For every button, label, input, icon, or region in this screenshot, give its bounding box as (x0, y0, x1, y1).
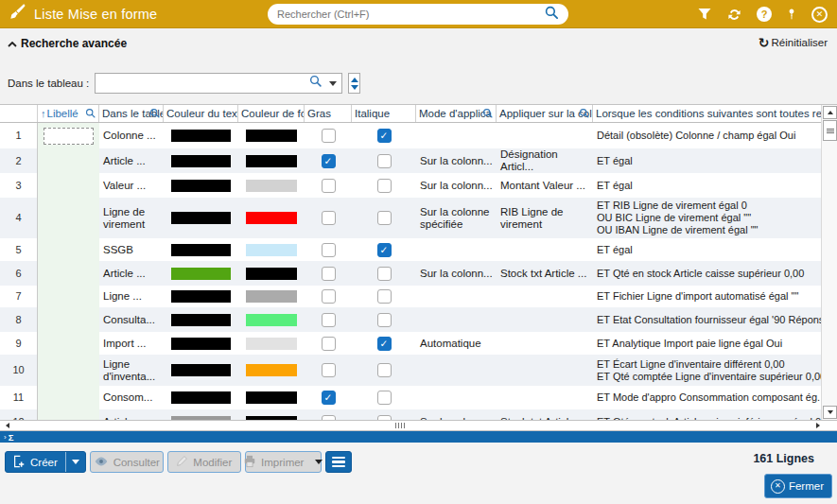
italic-checkbox[interactable]: ✓ (377, 337, 392, 351)
italic-cell[interactable]: ✓ (352, 123, 416, 148)
filter-dropdown-caret-icon[interactable] (329, 81, 337, 86)
conditions-cell[interactable]: ET Qté en stock Article caisse inférieur… (593, 409, 821, 420)
hamburger-icon[interactable] (667, 10, 683, 18)
mode-application-cell[interactable] (416, 355, 497, 386)
create-button[interactable]: Créer (5, 451, 86, 473)
italic-cell[interactable]: ✓ (352, 332, 416, 355)
libelle-cell[interactable] (38, 332, 99, 355)
text-color-swatch[interactable] (171, 290, 231, 303)
bold-cell[interactable]: ✓ (305, 148, 352, 173)
text-color-cell[interactable] (164, 123, 238, 148)
horizontal-scrollbar[interactable] (0, 420, 837, 431)
background-color-cell[interactable] (238, 173, 305, 198)
libelle-cell[interactable] (38, 261, 99, 286)
list-menu-button[interactable] (325, 451, 352, 473)
horizontal-scrollbar-grip[interactable] (395, 423, 405, 428)
bold-cell[interactable] (305, 123, 352, 148)
dans-le-tableau-cell[interactable]: Consom... (99, 386, 164, 409)
table-row[interactable]: 6Article ...Sur la colonn...Stock txt Ar… (0, 261, 837, 286)
text-color-swatch[interactable] (171, 130, 231, 142)
bold-cell[interactable] (305, 238, 352, 261)
sum-expand-icon[interactable]: › (4, 433, 7, 442)
pin-icon[interactable] (786, 8, 797, 21)
mode-application-cell[interactable] (416, 386, 497, 409)
italic-checkbox[interactable] (377, 363, 392, 377)
table-row[interactable]: 5SSGB✓ET égal (0, 238, 837, 261)
create-dropdown[interactable] (65, 452, 85, 472)
text-color-cell[interactable] (164, 332, 238, 355)
italic-checkbox[interactable]: ✓ (377, 129, 392, 143)
table-row[interactable]: 7Ligne ...ET Fichier Ligne d'import auto… (0, 286, 837, 307)
table-row[interactable]: 1Colonne ...✓Détail (obsolète) Colonne /… (0, 123, 837, 148)
mode-application-cell[interactable]: Sur la colonne spécifiée (416, 198, 497, 238)
mode-application-cell[interactable]: Sur la colonn... (416, 148, 497, 173)
bold-checkbox[interactable] (322, 289, 336, 304)
text-color-cell[interactable] (164, 261, 238, 286)
scroll-down-button[interactable] (823, 406, 837, 419)
advanced-search-toggle[interactable]: Recherche avancée (8, 37, 127, 50)
scroll-up-button[interactable] (823, 106, 837, 119)
column-header-7[interactable]: Mode d'applica (416, 105, 497, 122)
mode-application-cell[interactable] (416, 123, 497, 148)
background-color-cell[interactable] (238, 261, 305, 286)
appliquer-colonne-cell[interactable] (497, 123, 593, 148)
italic-cell[interactable] (352, 173, 416, 198)
close-icon[interactable]: ✕ (811, 7, 828, 23)
bold-checkbox[interactable] (322, 337, 336, 351)
dans-le-tableau-cell[interactable]: Consulta... (99, 307, 164, 332)
bold-checkbox[interactable] (322, 243, 336, 257)
text-color-swatch[interactable] (171, 212, 231, 224)
column-header-5[interactable]: Gras (305, 105, 352, 122)
background-color-cell[interactable] (238, 332, 305, 355)
conditions-cell[interactable]: ET Qté en stock Article caisse supérieur… (593, 261, 821, 286)
italic-checkbox[interactable]: ✓ (377, 243, 392, 257)
dans-le-tableau-cell[interactable]: Valeur ... (99, 173, 164, 198)
background-color-swatch[interactable] (246, 212, 297, 224)
global-search[interactable] (268, 4, 568, 25)
sync-icon[interactable] (726, 7, 742, 23)
dans-le-tableau-cell[interactable]: Article ... (99, 409, 164, 420)
italic-checkbox[interactable] (377, 289, 392, 304)
italic-cell[interactable] (352, 261, 416, 286)
table-row[interactable]: 10Ligne d'inventa...ET Écart Ligne d'inv… (0, 355, 837, 386)
mode-application-cell[interactable] (416, 286, 497, 307)
bold-cell[interactable] (305, 355, 352, 386)
search-icon[interactable] (545, 6, 559, 24)
conditions-cell[interactable]: ET Analytique Import paie ligne égal Oui (593, 332, 821, 355)
mode-application-cell[interactable]: Automatique (416, 332, 497, 355)
dans-le-tableau-cell[interactable]: Ligne de virement (99, 198, 164, 238)
scroll-left-button[interactable] (2, 422, 13, 429)
bold-cell[interactable]: ✓ (305, 386, 352, 409)
global-search-input[interactable] (277, 9, 545, 20)
background-color-swatch[interactable] (246, 290, 297, 303)
help-icon[interactable]: ? (757, 7, 772, 22)
column-search-icon[interactable] (149, 108, 161, 121)
text-color-cell[interactable] (164, 198, 238, 238)
appliquer-colonne-cell[interactable] (497, 355, 593, 386)
italic-cell[interactable] (352, 286, 416, 307)
dans-le-tableau-cell[interactable]: Article ... (99, 261, 164, 286)
column-search-icon[interactable] (85, 108, 96, 121)
text-color-swatch[interactable] (171, 180, 231, 192)
vertical-scrollbar-thumb[interactable] (823, 120, 837, 141)
libelle-cell[interactable] (38, 409, 99, 420)
bold-checkbox[interactable] (322, 211, 336, 225)
italic-cell[interactable] (352, 409, 416, 420)
focused-cell-outline[interactable] (44, 128, 94, 145)
table-row[interactable]: 2Article ...✓Sur la colonn...Désignation… (0, 148, 837, 173)
bold-checkbox[interactable]: ✓ (322, 154, 336, 168)
bold-cell[interactable] (305, 409, 352, 420)
table-row[interactable]: 8Consulta...ET Etat Consultation fournis… (0, 307, 837, 332)
background-color-cell[interactable] (238, 238, 305, 261)
italic-checkbox[interactable] (377, 154, 392, 168)
italic-cell[interactable] (352, 307, 416, 332)
conditions-cell[interactable]: ET RIB Ligne de virement égal 0OU BIC Li… (593, 198, 821, 238)
text-color-swatch[interactable] (171, 268, 231, 280)
dans-le-tableau-cell[interactable]: Article ... (99, 148, 164, 173)
conditions-cell[interactable]: ET égal (593, 173, 821, 198)
italic-cell[interactable] (352, 386, 416, 409)
dans-le-tableau-cell[interactable]: Ligne ... (99, 286, 164, 307)
scroll-right-button[interactable] (812, 422, 824, 429)
italic-checkbox[interactable] (377, 391, 392, 405)
libelle-cell[interactable] (38, 198, 99, 238)
